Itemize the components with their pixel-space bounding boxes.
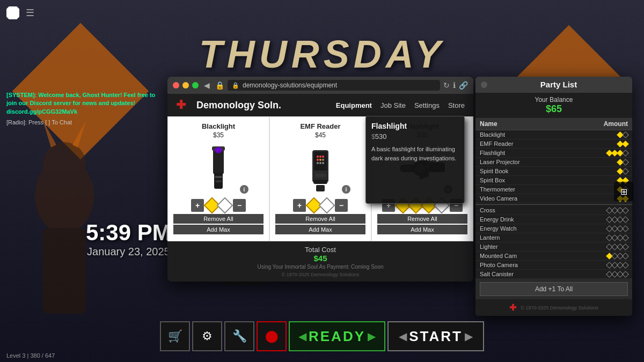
footer-note: Using Your Immortal Soul As Payment: Com… [176, 264, 465, 270]
blacklight-price: $35 [213, 131, 224, 139]
party-cross-icon: ✚ [509, 302, 516, 313]
thursday-text: THURSDAY [199, 32, 445, 76]
party-row-lighter: Lighter [475, 242, 632, 252]
emf-price: $45 [315, 131, 326, 139]
party-row-spiritbook: Spirit Book [475, 167, 632, 176]
flashlight-add-max-btn[interactable]: Add Max [377, 225, 467, 234]
svg-rect-1 [43, 228, 86, 314]
svg-point-25 [317, 159, 319, 161]
blacklight-remove-all-btn[interactable]: Remove All [173, 214, 264, 224]
ready-text: READY [309, 328, 365, 345]
emf-add-max-btn[interactable]: Add Max [275, 225, 365, 234]
info-icon[interactable]: ℹ [453, 81, 456, 90]
party-balance-area: Your Balance $65 [475, 93, 632, 118]
party-row-flashlight: Flashlight [475, 149, 632, 158]
level-bar: Level 3 | 380 / 647 [6, 352, 55, 359]
flashlight-remove-all-btn[interactable]: Remove All [377, 214, 467, 224]
minimize-button[interactable] [182, 82, 189, 88]
balance-value: $65 [479, 104, 629, 115]
time-display: 5:39 PM January 23, 2025 [86, 220, 171, 258]
party-title-area: Party List [491, 80, 627, 90]
svg-point-17 [214, 148, 223, 152]
browser-favicon-icon: 🔒 [215, 81, 224, 90]
party-separator [475, 204, 632, 205]
emf-remove-all-btn[interactable]: Remove All [275, 214, 365, 224]
start-text: START [409, 328, 463, 345]
brand-cross-icon: ✚ [176, 98, 186, 112]
lock-icon: 🔒 [232, 82, 239, 89]
blacklight-controls: + − [191, 199, 246, 212]
url-text: demonology-solutions/equipment [243, 82, 337, 89]
party-row-mountedcam: Mounted Cam [475, 252, 632, 261]
blacklight-info-icon[interactable]: i [240, 185, 248, 194]
add-all-btn[interactable]: Add +1 To All [480, 282, 628, 296]
emf-remove-btn[interactable]: − [335, 199, 348, 212]
blacklight-add-btn[interactable]: + [191, 199, 204, 212]
balance-label: Your Balance [479, 96, 629, 104]
svg-point-29 [319, 162, 321, 164]
nav-jobsite[interactable]: Job Site [380, 101, 406, 109]
refresh-icon[interactable]: ↻ [443, 81, 450, 90]
diamond-2 [318, 197, 335, 213]
emf-card: EMF Reader $45 [269, 116, 371, 241]
emf-name: EMF Reader [300, 122, 340, 130]
maximize-button[interactable] [192, 82, 199, 88]
ready-arrow-right: ▶ [368, 330, 376, 343]
emf-info-icon[interactable]: i [342, 185, 350, 194]
svg-point-26 [319, 159, 321, 161]
wrench-icon: 🔧 [232, 329, 247, 343]
party-header: Party List [475, 77, 632, 93]
start-button[interactable]: ◀ START ▶ [387, 321, 484, 351]
party-row-energydrink: Energy Drink [475, 215, 632, 224]
close-button[interactable] [173, 82, 179, 88]
browser-back-icon[interactable]: ◀ [204, 81, 210, 90]
blacklight-name: Blacklight [202, 122, 235, 130]
ready-button[interactable]: ◀ READY ▶ [289, 321, 385, 351]
share-icon[interactable]: 🔗 [459, 81, 468, 90]
emf-diamonds [308, 200, 333, 211]
nav-equipment[interactable]: Equipment [336, 101, 372, 109]
svg-point-30 [322, 162, 324, 164]
start-arrow-right: ▶ [465, 330, 473, 343]
hamburger-menu[interactable]: ☰ [26, 7, 34, 19]
flashlight-tooltip: Flashlight $530 A basic flashlight for i… [365, 116, 465, 204]
url-bar[interactable]: 🔒 demonology-solutions/equipment [228, 80, 440, 91]
col-name-header: Name [480, 120, 604, 128]
party-row-blacklight: Blacklight [475, 130, 632, 139]
screenshot-icon: ⊞ [620, 187, 627, 197]
roblox-logo [6, 6, 19, 19]
svg-point-27 [322, 159, 324, 161]
browser-chrome: ◀ 🔒 🔒 demonology-solutions/equipment ↻ ℹ… [167, 77, 473, 94]
diamond-2 [216, 197, 233, 213]
party-row-saltcanister: Salt Canister [475, 270, 632, 279]
emf-add-btn[interactable]: + [293, 199, 306, 212]
svg-rect-33 [316, 185, 325, 191]
party-copyright: © 1970-2025 Demonology Solutions [521, 305, 598, 311]
screenshot-button[interactable]: ⊞ [614, 182, 633, 201]
blacklight-add-max-btn[interactable]: Add Max [173, 225, 264, 234]
blacklight-diamonds [206, 200, 231, 211]
ability-btn[interactable]: ⬤ [257, 321, 287, 351]
gear-icon: ⚙ [202, 329, 213, 343]
ready-arrow-left: ◀ [298, 330, 306, 343]
nav-settings[interactable]: Settings [414, 101, 440, 109]
party-row-videocam: Video Camera [475, 194, 632, 203]
nav-store[interactable]: Store [448, 101, 465, 109]
tools-btn[interactable]: 🔧 [224, 321, 254, 351]
settings-btn[interactable]: ⚙ [192, 321, 222, 351]
emf-controls: + − [293, 199, 348, 212]
blacklight-remove-btn[interactable]: − [233, 199, 246, 212]
roblox-bar: ☰ [6, 6, 34, 19]
cart-icon: 🛒 [168, 329, 182, 343]
party-table: Name Amount Blacklight EMF Reader Flashl… [475, 118, 632, 279]
party-table-header: Name Amount [475, 118, 632, 130]
cart-btn[interactable]: 🛒 [160, 321, 190, 351]
party-row-laser: Laser Projector [475, 158, 632, 167]
chat-system-message: [SYSTEM]: Welcome back, Ghost Hunter! Fe… [6, 91, 157, 116]
blacklight-image: i [186, 142, 251, 196]
tooltip-price: $530 [371, 132, 459, 141]
svg-point-24 [322, 156, 324, 158]
bottom-toolbar: 🛒 ⚙ 🔧 ⬤ ◀ READY ▶ ◀ START ▶ [160, 321, 484, 351]
svg-point-28 [317, 162, 319, 164]
browser-footer: Total Cost $45 Using Your Immortal Soul … [167, 241, 473, 282]
